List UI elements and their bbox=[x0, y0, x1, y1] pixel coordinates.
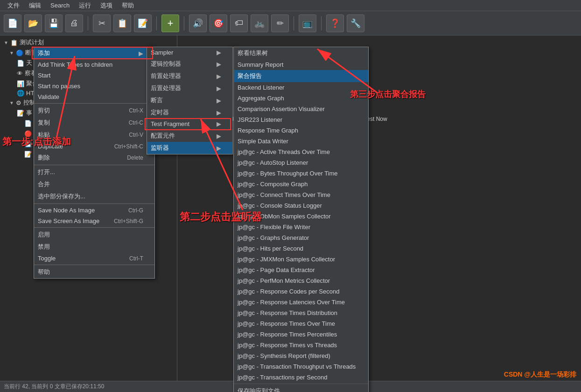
tree-item-save[interactable]: 💾储 bbox=[2, 139, 175, 149]
toolbar-sound[interactable]: 🔊 bbox=[189, 14, 207, 32]
tree-item-aggregate[interactable]: 📊聚合 bbox=[2, 78, 175, 89]
toolbar-paste[interactable]: 📝 bbox=[134, 14, 152, 32]
radio-next-thread[interactable]: Start Next Thread Loop bbox=[202, 116, 267, 122]
toolbar-copy[interactable]: 📋 bbox=[113, 14, 131, 32]
toolbar-sep3 bbox=[184, 16, 184, 30]
toolbar-new[interactable]: 📄 bbox=[4, 14, 21, 32]
tree-item-step[interactable]: 📝第 bbox=[2, 149, 175, 159]
toolbar-sep5 bbox=[321, 16, 322, 30]
toolbar-bike[interactable]: 🚲 bbox=[251, 14, 268, 32]
menu-options[interactable]: 选项 bbox=[97, 0, 116, 11]
toolbar-sep2 bbox=[156, 16, 157, 30]
toolbar-target[interactable]: 🎯 bbox=[210, 14, 227, 32]
toolbar-print[interactable]: 🖨 bbox=[65, 14, 83, 32]
menu-bar: 文件 编辑 Search 运行 选项 帮助 bbox=[0, 0, 581, 11]
toolbar: 📄 📂 💾 🖨 ✂ 📋 📝 + 🔊 🎯 🏷 🚲 ✏ 📺 ❓ 🔧 bbox=[0, 11, 581, 35]
radio-circle-stop-test bbox=[308, 116, 314, 122]
status-text: 当前行 42, 当前列 0 文章已保存20:11:50 bbox=[4, 383, 104, 391]
toolbar-question[interactable]: ❓ bbox=[326, 14, 344, 32]
radio-circle-stop-thread bbox=[273, 116, 279, 122]
radio-stop-now[interactable]: Stop Test Now bbox=[344, 116, 387, 122]
menu-help[interactable]: 帮助 bbox=[118, 0, 138, 11]
status-bar: 当前行 42, 当前列 0 文章已保存20:11:50 bbox=[0, 381, 581, 392]
toolbar-cut[interactable]: ✂ bbox=[93, 14, 111, 32]
toolbar-add[interactable]: + bbox=[161, 14, 179, 32]
tree-item-event[interactable]: 📝事 bbox=[2, 108, 175, 118]
radio-stop-test[interactable]: 停止测试 bbox=[308, 115, 338, 123]
menu-search[interactable]: Search bbox=[47, 1, 73, 10]
radio-continue[interactable]: 继续 bbox=[177, 115, 196, 123]
main-area: ▼ 📋 测试计划 ▼ 🔵 断言 📄天 👁察看 📊聚合 🌐HTTP ▼ ⚙控制 📝… bbox=[0, 35, 581, 381]
toolbar-pencil[interactable]: ✏ bbox=[271, 14, 289, 32]
right-panel: 继续 Start Next Thread Loop 停止线程 停止测试 Stop… bbox=[177, 35, 581, 381]
tree-item-control[interactable]: ▼ ⚙控制 bbox=[2, 98, 175, 108]
menu-run[interactable]: 运行 bbox=[75, 0, 95, 11]
radio-area: 继续 Start Next Thread Loop 停止线程 停止测试 Stop… bbox=[177, 115, 387, 123]
toolbar-save[interactable]: 💾 bbox=[45, 14, 63, 32]
radio-circle-continue bbox=[177, 116, 183, 122]
tree-item-day[interactable]: 📄天 bbox=[2, 58, 175, 68]
tree-item-assert2[interactable]: 🔴断言 bbox=[2, 128, 175, 139]
toolbar-sep4 bbox=[294, 16, 294, 30]
radio-stop-thread[interactable]: 停止线程 bbox=[273, 115, 303, 123]
radio-circle-next bbox=[202, 116, 207, 122]
left-panel: ▼ 📋 测试计划 ▼ 🔵 断言 📄天 👁察看 📊聚合 🌐HTTP ▼ ⚙控制 📝… bbox=[0, 35, 177, 381]
toolbar-tag[interactable]: 🏷 bbox=[230, 14, 248, 32]
radio-circle-stop-now bbox=[344, 116, 350, 122]
tree-item-testplan[interactable]: ▼ 📋 测试计划 bbox=[2, 37, 175, 48]
toolbar-monitor[interactable]: 📺 bbox=[299, 14, 316, 32]
menu-file[interactable]: 文件 bbox=[4, 0, 23, 11]
toolbar-sep1 bbox=[88, 16, 88, 30]
toolbar-settings[interactable]: 🔧 bbox=[347, 14, 364, 32]
tree-item-view[interactable]: 👁察看 bbox=[2, 68, 175, 78]
tree-item-thread[interactable]: ▼ 🔵 断言 bbox=[2, 48, 175, 58]
watermark: CSDN @人生是一场彩排 bbox=[504, 371, 576, 379]
menu-edit[interactable]: 编辑 bbox=[25, 0, 45, 11]
tree-item-day2[interactable]: 📄天 bbox=[2, 118, 175, 128]
tree-item-http[interactable]: 🌐HTTP bbox=[2, 89, 175, 98]
toolbar-open[interactable]: 📂 bbox=[24, 14, 42, 32]
